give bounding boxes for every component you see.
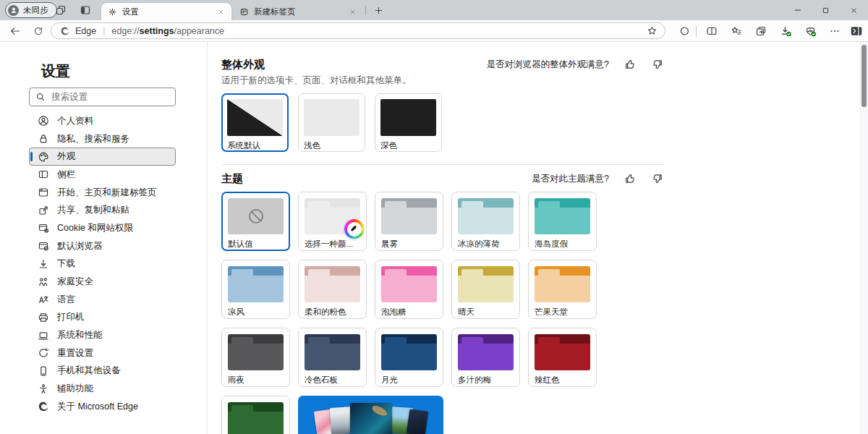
sidebar-item-12[interactable]: 系统和性能 <box>29 326 176 344</box>
page-scrollbar[interactable] <box>859 42 868 434</box>
collections-button[interactable] <box>751 22 771 40</box>
settings-page: 设置 个人资料隐私、搜索和服务外观侧栏开始、主页和新建标签页共享、复制和粘贴Co… <box>0 42 868 434</box>
theme-card-7[interactable]: 泡泡糖 <box>375 260 443 319</box>
tab-divider <box>365 6 366 15</box>
thumb-down-icon <box>652 173 663 184</box>
theme-card-13[interactable]: 多汁的梅 <box>451 328 520 387</box>
search-input[interactable] <box>51 92 160 102</box>
tab-title: 新建标签页 <box>254 7 341 17</box>
sidebar-item-label: 外观 <box>57 150 75 163</box>
theme-card-12[interactable]: 月光 <box>375 328 443 387</box>
thumbs-up-button[interactable] <box>624 58 637 71</box>
new-tab-button[interactable] <box>370 4 387 17</box>
sidebar-item-14[interactable]: 手机和其他设备 <box>29 362 176 380</box>
settings-sidebar: 设置 个人资料隐私、搜索和服务外观侧栏开始、主页和新建标签页共享、复制和粘贴Co… <box>0 42 208 434</box>
window-controls <box>783 0 868 20</box>
color-picker-badge[interactable] <box>344 219 364 239</box>
sidebar-item-8[interactable]: 下载 <box>29 255 176 273</box>
theme-preview <box>228 198 284 234</box>
appearance-mode-card-system[interactable]: 系统默认 <box>221 93 289 152</box>
theme-card-5[interactable]: 凉风 <box>221 260 290 319</box>
sidebar-item-3[interactable]: 侧栏 <box>29 166 176 184</box>
theme-preview <box>458 266 514 302</box>
theme-card-0[interactable]: 默认值 <box>221 192 290 251</box>
sidebar-item-15[interactable]: 辅助功能 <box>29 380 176 398</box>
theme-card-15[interactable] <box>221 396 290 434</box>
appearance-mode-card-light[interactable]: 浅色 <box>298 93 365 152</box>
theme-label: 芒果天堂 <box>535 307 590 318</box>
favorite-star-button[interactable] <box>644 24 659 38</box>
sidebar-item-5[interactable]: 共享、复制和粘贴 <box>29 201 176 219</box>
tab-close-button[interactable] <box>346 6 358 17</box>
sidebar-item-6[interactable]: Cookie 和网站权限 <box>29 219 176 237</box>
more-menu-button[interactable] <box>825 22 845 40</box>
sidebar-item-10[interactable]: 语言 <box>29 291 176 309</box>
favorites-icon <box>731 25 742 37</box>
profile-button[interactable]: 未同步 <box>5 2 57 18</box>
sidebar-item-label: 重置设置 <box>57 347 93 359</box>
theme-card-11[interactable]: 冷色石板 <box>298 328 367 387</box>
tab-close-button[interactable] <box>215 6 226 17</box>
theme-card-3[interactable]: 冰凉的薄荷 <box>451 192 520 251</box>
theme-card-4[interactable]: 海岛度假 <box>528 192 597 251</box>
appearance-mode-card-dark[interactable]: 深色 <box>375 93 442 152</box>
settings-main: 整体外观 是否对浏览器的整体外观满意? 适用于新的选项卡、页面、对话框和其他菜单… <box>208 42 859 434</box>
profile-icon <box>38 115 49 127</box>
theme-preview <box>228 266 284 302</box>
search-icon-slot <box>35 92 46 102</box>
copilot-button[interactable] <box>674 22 694 40</box>
tab-icon-slot-1 <box>239 7 249 17</box>
downloads-badge-icon <box>780 25 792 38</box>
theme-preview <box>228 402 284 434</box>
theme-card-14[interactable]: 辣红色 <box>528 328 597 387</box>
theme-label: 多汁的梅 <box>458 375 514 386</box>
url-text: edge://settings/appearance <box>111 26 639 36</box>
sidebar-item-9[interactable]: 家庭安全 <box>29 273 176 291</box>
sidebar-toggle-button[interactable] <box>846 22 867 40</box>
settings-search-box[interactable] <box>29 88 176 106</box>
maximize-button[interactable] <box>812 0 840 20</box>
workspaces-icon <box>55 4 67 16</box>
theme-card-2[interactable]: 晨雾 <box>375 192 443 251</box>
sidebar-item-1[interactable]: 隐私、搜索和服务 <box>29 130 176 148</box>
thumbs-down-button[interactable] <box>651 172 664 185</box>
appearance-mode-row: 系统默认浅色深色 <box>221 93 664 152</box>
tab-new-tab-page[interactable]: 新建标签页 <box>233 3 363 20</box>
refresh-button[interactable] <box>29 22 48 40</box>
back-button[interactable] <box>6 22 25 40</box>
theme-card-8[interactable]: 晴天 <box>451 260 520 319</box>
tab-settings[interactable]: 设置 <box>101 3 231 20</box>
address-bar[interactable]: Edge | edge://settings/appearance <box>51 22 665 39</box>
thumbs-down-button[interactable] <box>651 58 664 71</box>
sidebar-item-label: 隐私、搜索和服务 <box>57 133 129 145</box>
workspaces-button[interactable] <box>51 0 71 20</box>
sidebar-item-13[interactable]: 重置设置 <box>29 344 176 362</box>
favorites-button[interactable] <box>726 22 746 40</box>
thumbs-up-button[interactable] <box>624 172 637 185</box>
theme-card-9[interactable]: 芒果天堂 <box>528 260 597 319</box>
browser-essentials-button[interactable] <box>800 22 820 40</box>
sidebar-item-2[interactable]: 外观 <box>29 148 176 166</box>
sidebar-item-0[interactable]: 个人资料 <box>29 112 176 130</box>
downloads-button[interactable] <box>775 22 796 40</box>
maximize-icon <box>822 7 830 14</box>
cookies-icon <box>38 222 49 234</box>
minimize-button[interactable] <box>783 0 812 20</box>
sidebar-item-11[interactable]: 打印机 <box>29 309 176 327</box>
sidebar-item-16[interactable]: 关于 Microsoft Edge <box>29 398 176 416</box>
theme-card-10[interactable]: 雨夜 <box>221 328 290 387</box>
close-button[interactable] <box>840 0 868 20</box>
scrollbar-thumb[interactable] <box>861 45 867 107</box>
theme-card-gallery[interactable] <box>298 396 443 434</box>
downloads-icon <box>38 258 49 270</box>
sidebar-item-7[interactable]: 默认浏览器 <box>29 237 176 255</box>
split-screen-button[interactable] <box>702 22 722 40</box>
system-icon <box>38 330 49 341</box>
tab-actions-button[interactable] <box>75 0 95 20</box>
theme-card-1[interactable]: 选择一种颜... <box>298 192 367 251</box>
family-icon <box>38 276 49 288</box>
split-screen-icon <box>706 25 718 37</box>
theme-card-6[interactable]: 柔和的粉色 <box>298 260 367 319</box>
start-home-icon <box>38 187 49 198</box>
sidebar-item-4[interactable]: 开始、主页和新建标签页 <box>29 184 176 202</box>
